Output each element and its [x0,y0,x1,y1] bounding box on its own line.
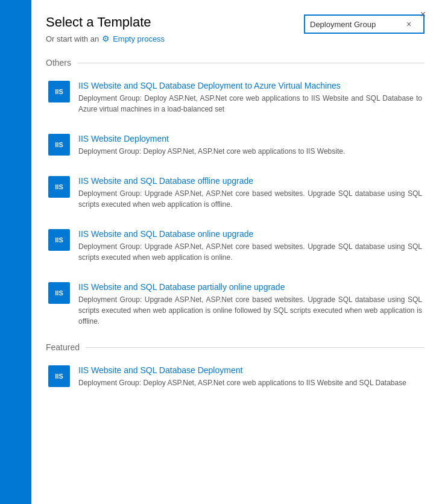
template-item-others-4[interactable]: IISIIS Website and SQL Database partiall… [46,279,425,330]
template-desc-others-0: Deployment Group: Deploy ASP.Net, ASP.Ne… [78,93,422,115]
empty-process-link[interactable]: Empty process [113,34,165,43]
section-title-others: Others [46,58,77,68]
template-item-others-0[interactable]: IISIIS Website and SQL Database Deployme… [46,77,425,118]
iis-icon-others-1: IIS [48,134,70,156]
page-title: Select a Template [46,14,165,30]
template-text-featured-0: IIS Website and SQL Database DeploymentD… [78,365,422,388]
content-scroll: OthersIISIIS Website and SQL Database De… [31,53,439,504]
template-item-featured-0[interactable]: IISIIS Website and SQL Database Deployme… [46,362,425,392]
template-title-others-1: IIS Website Deployment [78,134,422,143]
iis-icon-others-3: IIS [48,229,70,251]
iis-icon-others-4: IIS [48,282,70,304]
close-button[interactable]: × [417,8,429,20]
template-title-featured-0: IIS Website and SQL Database Deployment [78,365,422,375]
template-desc-others-2: Deployment Group: Upgrade ASP.Net, ASP.N… [78,188,422,210]
section-header-featured: Featured [46,342,425,352]
template-title-others-3: IIS Website and SQL Database online upgr… [78,229,422,239]
template-desc-others-4: Deployment Group: Upgrade ASP.Net, ASP.N… [78,294,422,327]
main-content: × Select a Template Or start with an ⚙ E… [31,0,439,504]
template-desc-others-3: Deployment Group: Upgrade ASP.Net, ASP.N… [78,241,422,263]
iis-icon-featured-0: IIS [48,365,70,387]
header-area: Select a Template Or start with an ⚙ Emp… [31,0,439,53]
template-text-others-4: IIS Website and SQL Database partially o… [78,282,422,327]
template-title-others-2: IIS Website and SQL Database offline upg… [78,176,422,186]
section-line-featured [86,347,425,348]
title-section: Select a Template Or start with an ⚙ Emp… [46,14,165,43]
template-text-others-3: IIS Website and SQL Database online upgr… [78,229,422,263]
left-accent-bar [0,0,31,504]
template-text-others-1: IIS Website DeploymentDeployment Group: … [78,134,422,157]
search-input[interactable] [305,16,402,33]
section-header-others: Others [46,58,425,68]
template-item-others-3[interactable]: IISIIS Website and SQL Database online u… [46,225,425,266]
template-text-others-2: IIS Website and SQL Database offline upg… [78,176,422,210]
section-title-featured: Featured [46,342,86,352]
template-desc-others-1: Deployment Group: Deploy ASP.Net, ASP.Ne… [78,146,422,157]
process-icon: ⚙ [102,34,110,43]
header-row: Select a Template Or start with an ⚙ Emp… [46,14,425,43]
template-title-others-0: IIS Website and SQL Database Deployment … [78,81,422,90]
iis-icon-others-0: IIS [48,81,70,102]
template-desc-featured-0: Deployment Group: Deploy ASP.Net, ASP.Ne… [78,377,422,388]
template-title-others-4: IIS Website and SQL Database partially o… [78,282,422,292]
section-line-others [77,63,425,63]
modal-container: × Select a Template Or start with an ⚙ E… [0,0,439,504]
empty-process-row: Or start with an ⚙ Empty process [46,34,165,43]
search-box: × [304,14,425,34]
search-clear-button[interactable]: × [402,16,416,33]
or-start-with-label: Or start with an [46,34,99,43]
iis-icon-others-2: IIS [48,176,70,198]
template-text-others-0: IIS Website and SQL Database Deployment … [78,81,422,115]
template-item-others-1[interactable]: IISIIS Website DeploymentDeployment Grou… [46,130,425,160]
template-item-others-2[interactable]: IISIIS Website and SQL Database offline … [46,172,425,213]
